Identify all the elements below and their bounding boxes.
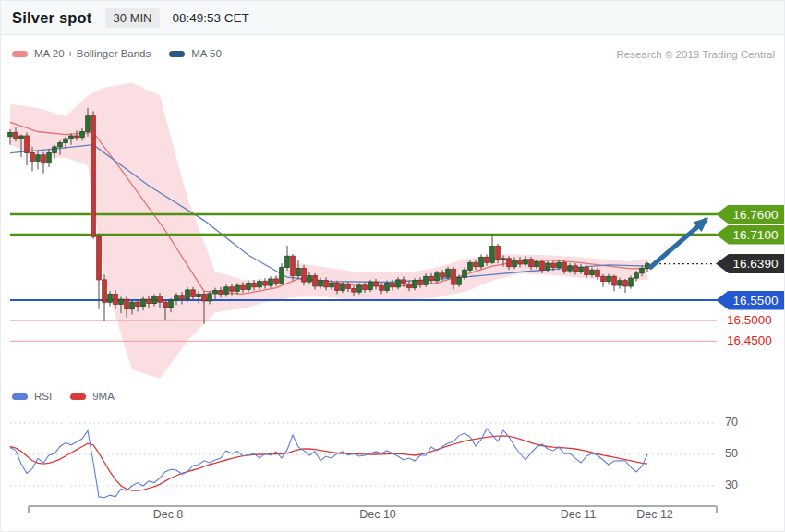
- legend-label: MA 50: [191, 48, 222, 59]
- interval-chip: 30 MIN: [105, 8, 161, 28]
- legend-item-ma20-bollinger: MA 20 + Bollinger Bands: [12, 48, 151, 59]
- price-level-label-16.6390: 16.6390: [716, 254, 785, 273]
- price-level-label-16.5000: 16.5000: [727, 312, 784, 329]
- price-level-label-16.4500: 16.4500: [727, 332, 784, 349]
- ma20-bollinger-swatch: [12, 51, 28, 57]
- trading-central-chart: Silver spot 30 MIN 08:49:53 CET MA 20 + …: [0, 0, 785, 532]
- timestamp: 08:49:53 CET: [172, 11, 248, 25]
- bullish-arrow-annotation: [649, 219, 706, 268]
- price-level-label-16.7100: 16.7100: [716, 225, 785, 245]
- rsi-line: [10, 429, 647, 498]
- legend-label: 9MA: [92, 391, 115, 402]
- legend-item-ma50: MA 50: [169, 48, 222, 59]
- legend-item-rsi: RSI: [12, 391, 52, 402]
- rsi-9ma-line: [10, 436, 647, 490]
- date-label-dec-8: Dec 8: [142, 508, 194, 521]
- candlestick-chart: [1, 67, 785, 381]
- instrument-title: Silver spot: [12, 9, 92, 27]
- ma50-swatch: [169, 51, 185, 57]
- rsi-legend: RSI 9MA: [12, 391, 115, 402]
- rsi-tick-label-50: 50: [725, 447, 738, 460]
- chart-header: Silver spot 30 MIN 08:49:53 CET: [1, 1, 784, 35]
- research-credit: Research © 2019 Trading Central: [617, 49, 775, 60]
- legend-item-9ma: 9MA: [70, 391, 115, 402]
- rsi-swatch: [12, 393, 28, 400]
- date-label-dec-11: Dec 11: [552, 508, 604, 521]
- rsi-tick-label-70: 70: [725, 416, 738, 429]
- price-level-label-16.7600: 16.7600: [716, 205, 785, 224]
- rsi-9ma-swatch: [70, 393, 86, 400]
- price-level-label-16.5500: 16.5500: [716, 291, 785, 310]
- main-chart-legend: MA 20 + Bollinger Bands MA 50: [12, 48, 222, 59]
- legend-label: MA 20 + Bollinger Bands: [34, 48, 151, 59]
- bollinger-band-area: [10, 82, 647, 379]
- rsi-tick-label-30: 30: [725, 478, 738, 491]
- legend-label: RSI: [34, 391, 52, 402]
- date-label-dec-12: Dec 12: [629, 508, 681, 521]
- date-label-dec-10: Dec 10: [352, 508, 404, 521]
